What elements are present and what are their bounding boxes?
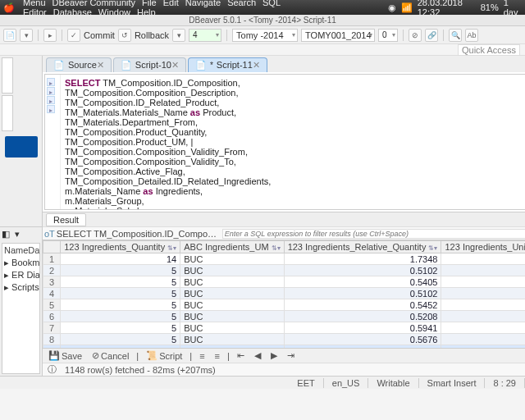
cancel-button[interactable]: ⊘ Cancel [89,350,131,361]
column-header[interactable]: 123 Ingredients_Quantity ⇅▾ [61,241,180,253]
left-sidebar: ◧▾ NameDat ▸ Bookmar▸ ER Diagra▸ Scripts [0,56,43,376]
commit-label[interactable]: Commit [84,30,115,40]
project-item[interactable]: ▸ Bookmar [4,257,38,269]
editor-tab[interactable]: 📄* Script-11✕ [188,57,267,72]
link-icon[interactable]: 🔗 [425,29,438,42]
statusbar: EET en_US Writable Smart Insert 8 : 29 [0,376,525,389]
datetime: 28.03.2018 12:32 [418,0,476,17]
table-row[interactable]: 35BUC0.540551 [43,276,526,288]
quick-access[interactable]: Quick Access [0,44,525,56]
project-panel: NameDat ▸ Bookmar▸ ER Diagra▸ Scripts [2,243,40,374]
commit-icon[interactable]: ✓ [67,29,80,42]
script-button[interactable]: 📜 Script [144,350,185,361]
menu-item[interactable]: Help [137,7,156,17]
rollback-label[interactable]: Rollback [135,30,169,40]
menu-item[interactable]: File [142,0,157,7]
result-tab[interactable]: Result [46,213,86,226]
project-item[interactable]: ▸ ER Diagra [4,269,38,281]
menu-item[interactable]: Window [98,7,130,17]
stop-icon[interactable]: ⊘ [409,29,422,42]
project-item[interactable]: ▸ Scripts [4,281,38,294]
grid-toolbar: 💾 Save ⊘ Cancel | 📜 Script | ≡≡ | ⇤◀▶⇥ ☰… [43,348,525,363]
editor-tab[interactable]: 📄 Script-10✕ [113,57,186,72]
table-row[interactable]: 55BUC0.545251 [43,299,526,311]
menu-item[interactable]: DBeaver Community [52,0,135,7]
menu-item[interactable]: Database [53,7,92,17]
wifi-icon[interactable]: 📶 [401,2,413,13]
rollback-icon[interactable]: ↺ [118,29,131,42]
new-icon[interactable]: 📄 [3,29,16,42]
column-header[interactable]: ABC Ingredients_UM ⇅▾ [180,241,284,253]
apple-icon: 🍎 [3,2,15,13]
tx-icon[interactable]: ▾ [172,29,185,42]
tx-level[interactable]: 4 [189,29,221,42]
open-icon[interactable]: ▾ [20,29,33,42]
uptime: 1 day [504,0,522,17]
folded-tab[interactable] [2,95,13,131]
column-header[interactable]: 123 Ingredients_Relative_Quantity ⇅▾ [284,241,441,253]
battery: 81% [481,2,499,12]
table-row[interactable]: 65BUC0.520851 [43,311,526,322]
query-preview: SELECT TM_Composition.ID_Composition, TM… [57,229,221,239]
table-row[interactable]: 75BUC0.594151 [43,322,526,334]
results-panel: Result Log Output oT SELECT TM_Compositi… [43,212,525,376]
search-icon[interactable]: 🔍 [449,29,462,42]
editor-tab[interactable]: 📄 Source✕ [46,57,112,72]
sql-editor[interactable]: ▸▸▸▸ SELECT TM_Composition.ID_Compositio… [44,74,525,210]
editor-tabs: 📄 Source✕📄 Script-10✕📄* Script-11✕ [43,56,525,72]
connection-select[interactable]: Tomy -2014 [232,29,298,42]
folded-tab[interactable] [2,57,13,94]
results-grid[interactable]: 123 Ingredients_Quantity ⇅▾ABC Ingredien… [43,240,525,348]
viber-icon[interactable]: ◉ [388,2,396,13]
database-select[interactable]: TOMY001_2014 [301,29,375,42]
find-icon[interactable]: Ab [465,29,478,42]
schema-select[interactable]: 0 [378,29,398,42]
menu-item[interactable]: Search [227,0,256,7]
fetch-status: 1148 row(s) fetched - 82ms (+207ms) [65,365,216,375]
column-header[interactable]: 123 Ingredients_Units_per_Batch ⇅▾ [441,241,525,253]
main-toolbar: 📄 ▾ ▸ ✓ Commit ↺ Rollback ▾ 4 Tomy -2014… [0,26,525,44]
table-row[interactable]: 114BUC1.7348141 [43,253,526,265]
table-row[interactable]: 25BUC0.510251 [43,265,526,276]
table-row[interactable]: 45BUC0.510251 [43,288,526,299]
table-row[interactable]: 85BUC0.567651 [43,334,526,345]
sql-icon[interactable]: ▸ [43,29,57,42]
menubar: 🍎 MenuDBeaver CommunityFileEditNavigateS… [0,0,525,15]
db-nav-icon[interactable] [5,136,38,158]
save-button[interactable]: 💾 Save [46,350,84,361]
menu-item[interactable]: Menu [23,0,46,7]
filter-input[interactable] [222,229,525,239]
menu-item[interactable]: Edit [163,0,179,7]
menu-item[interactable]: Navigate [185,0,221,7]
